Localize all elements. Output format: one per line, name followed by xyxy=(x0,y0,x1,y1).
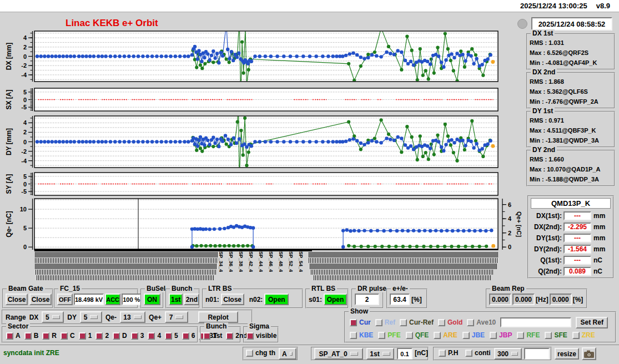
show-checkbox-CurRef[interactable] xyxy=(400,319,407,326)
fc15-kv-field[interactable]: 18.498 kV xyxy=(74,294,104,305)
threshold-field[interactable]: 0.1 xyxy=(397,348,412,360)
beam-rep-group: Beam Rep 0.000 0.000 [Hz] 0.000 [%] xyxy=(486,289,587,309)
fc15-acc-button[interactable]: ACC xyxy=(105,294,120,305)
busel-on-button[interactable]: ON xyxy=(144,294,160,305)
sector-label: 5 xyxy=(174,332,178,340)
bunch-select-checkbox-2nd[interactable] xyxy=(226,332,233,340)
sector-item-C: C xyxy=(61,332,75,340)
sector-checkbox-2[interactable] xyxy=(95,332,103,340)
fc15-percent-field[interactable]: 100 % xyxy=(122,294,141,305)
svg-text:-5: -5 xyxy=(21,104,27,110)
screenshot-button[interactable] xyxy=(582,347,596,360)
sector-checkbox-R[interactable] xyxy=(42,332,49,340)
show-checkbox-Ref[interactable] xyxy=(375,319,383,326)
show-checkbox-SFE[interactable] xyxy=(545,332,552,339)
orbit-statistics-panel: DX 1stRMS : 1.031Max : 6.526@QRF2SMin : … xyxy=(526,33,615,189)
bpm-name-field[interactable]: QMD13P_K xyxy=(531,198,611,209)
sector-checkbox-6[interactable] xyxy=(182,332,189,340)
range-dx-dropdown[interactable]: 5 xyxy=(42,311,64,323)
ltr-n02-open-button[interactable]: Open xyxy=(264,294,289,305)
bpm-readout-value: 0.089 xyxy=(563,267,591,276)
stat-box-dy-1st: DY 1stRMS : 0.971Max : 4.511@QBF3P_KMin … xyxy=(526,111,615,148)
bunch-select-checkbox-1st[interactable] xyxy=(203,332,210,340)
show-checkbox-QFE[interactable] xyxy=(406,332,413,339)
show-checkbox-Gold[interactable] xyxy=(438,319,445,326)
sigma-checkbox-visible[interactable] xyxy=(246,332,254,340)
chg-th-checkbox[interactable] xyxy=(246,350,253,357)
sector-checkbox-1[interactable] xyxy=(79,332,86,340)
bpm-readout-value: --- xyxy=(563,211,591,220)
sector-checkbox-B[interactable] xyxy=(24,332,32,340)
bpm-readout-unit: nC xyxy=(593,256,602,264)
plot-dx: 420-2-4DX [mm] xyxy=(0,31,522,84)
sector-checkbox-5[interactable] xyxy=(165,332,172,340)
ltr-n01-close-button[interactable]: Close xyxy=(221,294,244,305)
range-qem-dropdown[interactable]: 13 xyxy=(120,311,145,323)
application-window: 2025/12/24 13:00:25 v8.9 Linac KEKB e+ O… xyxy=(0,0,619,364)
show-checkbox-ARE[interactable] xyxy=(434,332,441,339)
resize-button[interactable]: resize xyxy=(555,348,579,360)
bunch-2nd-button[interactable]: 2nd xyxy=(184,294,199,305)
show-checkbox-PFE[interactable] xyxy=(378,332,385,339)
bpm-labels-dense xyxy=(36,270,217,275)
show-label: QFE xyxy=(415,331,429,339)
ph-checkbox[interactable] xyxy=(439,350,446,357)
bpm-readout-label: DY(2nd): xyxy=(530,245,562,253)
svg-text:-5: -5 xyxy=(21,188,27,195)
sector-label: R xyxy=(52,332,57,340)
show-checkbox-KBE[interactable] xyxy=(350,332,357,339)
range-dy-dropdown[interactable]: 5 xyxy=(80,311,102,323)
svg-text:-2: -2 xyxy=(21,62,27,69)
mode-value: A xyxy=(282,350,287,358)
plot-qe: 1050Qe- [nC]6420Qe+ [nC] xyxy=(0,198,522,252)
beam-gate-close-button-1[interactable]: Close xyxy=(6,294,28,305)
sector-checkbox-3[interactable] xyxy=(131,332,138,340)
dropdown-indicator-icon xyxy=(175,315,183,319)
show-checkbox-Ave10[interactable] xyxy=(467,319,474,326)
e-ratio-field[interactable]: 63.4 xyxy=(390,294,410,305)
set-ref-button[interactable]: Set Ref xyxy=(576,317,608,328)
beam-rep-value-1: 0.000 xyxy=(489,294,511,305)
show-checkbox-RFE[interactable] xyxy=(517,332,524,339)
bpm-readout-row: DX(1st):---mm xyxy=(530,210,612,221)
fc15-off-button[interactable]: OFF xyxy=(57,294,73,305)
busel-group: BuSel ON xyxy=(140,289,164,309)
sector-checkbox-A[interactable] xyxy=(6,332,13,340)
toolbar-input[interactable] xyxy=(524,348,550,360)
show-checkbox-JBE[interactable] xyxy=(462,332,470,339)
stat-row: RMS : 1.868 xyxy=(530,77,613,87)
sector-checkbox-4[interactable] xyxy=(148,332,155,340)
points-dropdown[interactable]: 300 xyxy=(494,348,522,360)
beam-gate-close-button-2[interactable]: Close xyxy=(29,294,52,305)
bunch-1st-button[interactable]: 1st xyxy=(169,294,183,305)
sector-item-4: 4 xyxy=(148,332,161,340)
dropdown-indicator-icon xyxy=(290,352,293,356)
plot-dy: 420-2-4DY [mm] xyxy=(0,115,522,170)
sector-checkbox-C[interactable] xyxy=(61,332,68,340)
range-qep-dropdown[interactable]: 7 xyxy=(165,311,188,323)
svg-text:0: 0 xyxy=(23,97,27,103)
replot-button[interactable]: Replot xyxy=(198,311,238,323)
show-label: Cur xyxy=(359,318,371,326)
stat-row: Min : -5.188@QWDP_3A xyxy=(530,174,613,184)
toolbar-bunch-dropdown[interactable]: 1st xyxy=(366,348,394,360)
beam-gate-group: Beam Gate Close Close xyxy=(2,289,53,309)
dr-pulse-field[interactable]: 2 xyxy=(355,294,379,305)
show-checkbox-Cur[interactable] xyxy=(350,319,357,326)
sp-dropdown[interactable]: SP_AT_0 xyxy=(314,348,363,360)
mode-dropdown[interactable]: A xyxy=(279,348,296,360)
sector-item-2: 2 xyxy=(95,332,109,340)
sector-checkbox-D[interactable] xyxy=(113,332,120,340)
clock-datetime: 2025/12/24 13:00:25 xyxy=(520,2,587,10)
ltr-n01-label: n01: xyxy=(205,296,219,304)
chg-th-label: chg th xyxy=(255,349,275,357)
set-ref-input[interactable] xyxy=(500,317,571,327)
show-checkbox-ZRE[interactable] xyxy=(572,332,580,339)
show-checkbox-JBP[interactable] xyxy=(490,332,497,339)
stat-box-title: DX 2nd xyxy=(531,68,557,76)
show-label: SFE xyxy=(554,331,567,339)
conti-checkbox[interactable] xyxy=(465,350,472,357)
show-item-PFE: PFE xyxy=(378,331,400,339)
bpm-readout-label: DY(1st): xyxy=(530,234,562,242)
rtl-s01-open-button[interactable]: Open xyxy=(324,294,347,305)
